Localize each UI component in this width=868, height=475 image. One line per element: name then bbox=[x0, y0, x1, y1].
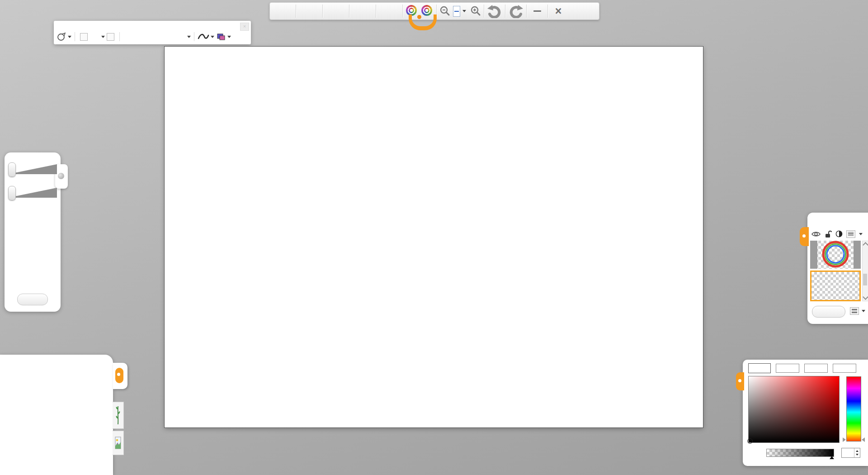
magnifier-minus-icon bbox=[439, 5, 451, 17]
chevron-down-icon bbox=[187, 36, 191, 38]
stamps-tab[interactable] bbox=[113, 402, 124, 429]
saturation-value-gradient[interactable] bbox=[748, 376, 840, 443]
color-swatch-icon[interactable] bbox=[217, 33, 226, 41]
zoom-level-dropdown[interactable] bbox=[461, 3, 468, 19]
palette-drag-handle[interactable] bbox=[113, 363, 127, 389]
menu-view[interactable] bbox=[350, 3, 375, 19]
minimize-icon bbox=[533, 10, 541, 12]
divider bbox=[547, 5, 548, 18]
spokes-thumbnail bbox=[811, 272, 859, 300]
tool-palette bbox=[0, 355, 113, 475]
divider bbox=[119, 32, 120, 41]
drawing-canvas[interactable] bbox=[165, 47, 703, 428]
panel-drag-handle[interactable] bbox=[55, 164, 68, 189]
redo-arrow-icon bbox=[508, 5, 524, 18]
sv-selection-marker[interactable] bbox=[747, 438, 753, 444]
layer-menu-button[interactable] bbox=[846, 230, 855, 238]
scroll-down-icon[interactable] bbox=[863, 294, 868, 300]
brush-size-slider[interactable] bbox=[8, 162, 57, 176]
divider bbox=[296, 5, 296, 18]
divider bbox=[75, 32, 75, 41]
undo-button[interactable] bbox=[485, 3, 505, 19]
hue-marker-left[interactable] bbox=[843, 437, 846, 442]
current-color-swatch[interactable] bbox=[748, 363, 771, 373]
color-picker-panel bbox=[743, 360, 868, 466]
picture-icon bbox=[115, 434, 121, 451]
scrollbar-thumb[interactable] bbox=[863, 274, 867, 285]
menu-file[interactable] bbox=[270, 3, 295, 19]
fill-mode-combobox[interactable] bbox=[123, 36, 191, 38]
clown-smile-icon bbox=[409, 14, 437, 30]
menu-tools[interactable] bbox=[323, 3, 349, 19]
reset-button[interactable] bbox=[17, 294, 48, 305]
layer-item-circle[interactable] bbox=[810, 241, 861, 269]
clown-mascot-icon[interactable] bbox=[403, 3, 436, 19]
layers-panel bbox=[807, 213, 868, 324]
curve-style-dropdown[interactable] bbox=[211, 36, 214, 38]
spin-down-icon[interactable] bbox=[856, 454, 859, 456]
picker-drag-handle[interactable] bbox=[736, 372, 744, 390]
close-options-button[interactable]: × bbox=[240, 23, 249, 31]
color-swatch-dropdown[interactable] bbox=[227, 36, 231, 38]
pictures-tab[interactable] bbox=[113, 431, 124, 455]
menu-help[interactable] bbox=[377, 3, 402, 19]
zoom-out-button[interactable] bbox=[437, 3, 453, 19]
chevron-down-icon bbox=[462, 10, 466, 12]
layers-scrollbar[interactable] bbox=[862, 241, 868, 301]
curve-style-icon[interactable] bbox=[198, 33, 209, 41]
layer-options-dropdown[interactable] bbox=[862, 310, 865, 312]
new-layer-button[interactable] bbox=[812, 306, 845, 318]
menu-edit[interactable] bbox=[297, 3, 322, 19]
stroke-shape-icon[interactable] bbox=[57, 32, 66, 41]
layer-menu-dropdown[interactable] bbox=[859, 233, 863, 235]
blue-field[interactable] bbox=[833, 364, 856, 373]
alpha-gradient bbox=[767, 449, 834, 456]
undo-arrow-icon bbox=[487, 5, 502, 18]
brush-size-slider-thumb[interactable] bbox=[8, 162, 16, 177]
layer-options-button[interactable] bbox=[850, 307, 859, 315]
minimize-button[interactable] bbox=[527, 3, 547, 19]
hue-bar[interactable] bbox=[846, 376, 861, 442]
redo-button[interactable] bbox=[506, 3, 526, 19]
rainbow-circle-thumbnail bbox=[810, 241, 861, 269]
brush-width-dropdown[interactable] bbox=[101, 36, 105, 38]
divider bbox=[402, 5, 403, 18]
handle-hole-icon bbox=[738, 379, 741, 382]
brush-width-decrease-button[interactable] bbox=[80, 33, 88, 41]
lock-icon[interactable] bbox=[825, 230, 832, 238]
main-toolbar: × bbox=[269, 2, 599, 20]
pencil-properties-panel bbox=[5, 152, 61, 312]
visibility-eye-icon[interactable] bbox=[811, 231, 821, 238]
zoom-level-value[interactable] bbox=[454, 11, 459, 12]
zoom-level-combobox[interactable] bbox=[453, 3, 461, 19]
softness-slider-thumb[interactable] bbox=[8, 186, 16, 200]
red-field[interactable] bbox=[776, 364, 799, 373]
stroke-shape-dropdown[interactable] bbox=[68, 36, 71, 38]
close-button[interactable]: × bbox=[548, 3, 568, 19]
divider bbox=[322, 5, 323, 18]
brush-options-bar: × bbox=[54, 21, 251, 44]
alpha-marker[interactable] bbox=[830, 456, 834, 459]
divider bbox=[376, 5, 376, 18]
handle-dot-icon bbox=[58, 173, 64, 179]
magnifier-plus-icon bbox=[470, 5, 481, 17]
alpha-spinner[interactable] bbox=[841, 448, 860, 458]
spin-up-icon[interactable] bbox=[856, 450, 859, 452]
layers-drag-handle[interactable] bbox=[800, 227, 809, 246]
zoom-in-button[interactable] bbox=[468, 3, 483, 19]
green-field[interactable] bbox=[804, 364, 828, 373]
brush-width-increase-button[interactable] bbox=[107, 33, 114, 41]
close-icon: × bbox=[555, 5, 562, 17]
hue-marker-right[interactable] bbox=[862, 437, 865, 442]
blend-contrast-icon[interactable] bbox=[835, 230, 843, 238]
softness-slider[interactable] bbox=[8, 186, 57, 200]
layer-item-spokes-selected[interactable] bbox=[810, 271, 861, 301]
scroll-up-icon[interactable] bbox=[863, 242, 868, 248]
handle-hole-icon bbox=[802, 234, 806, 238]
handle-hole-icon bbox=[117, 373, 120, 376]
divider bbox=[484, 5, 484, 18]
plant-icon bbox=[115, 405, 121, 425]
alpha-slider[interactable] bbox=[766, 449, 834, 457]
divider bbox=[526, 5, 527, 18]
divider bbox=[349, 5, 349, 18]
